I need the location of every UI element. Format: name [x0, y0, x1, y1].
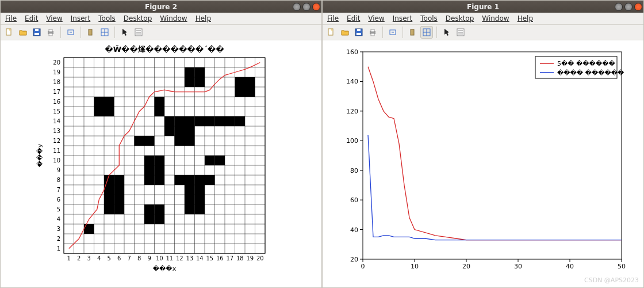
- svg-text:14: 14: [53, 118, 60, 124]
- new-figure-icon[interactable]: [3, 26, 16, 39]
- svg-rect-67: [215, 156, 225, 165]
- svg-rect-28: [155, 214, 165, 224]
- menu-window[interactable]: Window: [160, 14, 187, 22]
- svg-rect-24: [114, 175, 125, 185]
- list-icon[interactable]: [454, 26, 467, 39]
- svg-rect-165: [411, 29, 414, 35]
- titlebar-right[interactable]: Figure 1: [323, 1, 643, 13]
- svg-rect-5: [49, 29, 52, 32]
- svg-text:���� ������: ���� ������: [557, 69, 624, 77]
- svg-text:100: 100: [346, 137, 358, 145]
- svg-rect-21: [114, 204, 125, 214]
- new-figure-icon[interactable]: [325, 26, 338, 39]
- menu-desktop[interactable]: Desktop: [124, 14, 152, 22]
- svg-text:11: 11: [166, 255, 173, 262]
- svg-rect-37: [155, 107, 165, 116]
- menu-file[interactable]: File: [327, 14, 339, 22]
- save-icon[interactable]: [30, 26, 43, 39]
- svg-text:20: 20: [256, 255, 264, 262]
- menu-insert[interactable]: Insert: [71, 14, 90, 22]
- title-left: Figure 2: [1, 3, 321, 11]
- svg-text:12: 12: [53, 138, 60, 144]
- svg-text:8: 8: [57, 177, 60, 183]
- dock-icon[interactable]: [407, 26, 419, 39]
- print-icon[interactable]: [44, 26, 57, 39]
- menu-help[interactable]: Help: [195, 14, 211, 22]
- svg-text:6: 6: [57, 196, 60, 203]
- svg-rect-25: [135, 136, 145, 146]
- svg-rect-66: [205, 156, 215, 165]
- menu-file[interactable]: File: [5, 14, 17, 22]
- svg-rect-29: [144, 204, 155, 214]
- menu-tools[interactable]: Tools: [98, 14, 116, 22]
- open-icon[interactable]: [339, 26, 351, 39]
- svg-rect-0: [6, 29, 11, 35]
- menu-window[interactable]: Window: [482, 14, 509, 22]
- svg-rect-157: [328, 29, 333, 35]
- svg-text:15: 15: [206, 255, 213, 262]
- svg-rect-32: [155, 156, 165, 165]
- svg-text:6: 6: [117, 255, 121, 262]
- menu-insert[interactable]: Insert: [393, 14, 412, 22]
- svg-rect-13: [94, 107, 105, 116]
- open-icon[interactable]: [17, 26, 29, 39]
- svg-rect-30: [155, 204, 165, 214]
- svg-text:16: 16: [216, 255, 224, 262]
- layout-icon[interactable]: [98, 26, 111, 39]
- svg-rect-47: [215, 116, 225, 126]
- svg-text:3: 3: [87, 255, 91, 262]
- svg-rect-44: [185, 116, 195, 126]
- menu-edit[interactable]: Edit: [347, 14, 360, 22]
- save-icon[interactable]: [352, 26, 365, 39]
- svg-rect-41: [185, 126, 195, 136]
- svg-text:17: 17: [226, 255, 233, 262]
- svg-text:13: 13: [186, 255, 193, 262]
- layout-icon[interactable]: [420, 26, 433, 39]
- svg-rect-49: [235, 116, 246, 126]
- svg-text:10: 10: [156, 255, 163, 262]
- dock-icon[interactable]: [85, 26, 97, 39]
- svg-rect-18: [104, 195, 114, 204]
- svg-text:18: 18: [53, 79, 60, 85]
- axes-grid-map: 1234567891011121314151617181920123456789…: [1, 40, 321, 287]
- svg-rect-27: [144, 214, 155, 224]
- menu-view[interactable]: View: [368, 14, 384, 22]
- svg-rect-43: [175, 116, 185, 126]
- titlebar-left[interactable]: Figure 2: [1, 1, 321, 13]
- svg-rect-60: [195, 195, 205, 204]
- svg-rect-168: [363, 52, 622, 259]
- axes-line-chart: 01020304050204060801001201401605�� �����…: [323, 40, 643, 287]
- pointer-icon[interactable]: [118, 26, 131, 39]
- print-icon[interactable]: [366, 26, 379, 39]
- svg-rect-26: [144, 136, 155, 146]
- svg-rect-6: [49, 33, 52, 36]
- svg-rect-31: [144, 156, 155, 165]
- menu-edit[interactable]: Edit: [25, 14, 38, 22]
- svg-text:2: 2: [77, 255, 80, 262]
- svg-rect-52: [195, 77, 205, 87]
- svg-rect-36: [155, 175, 165, 185]
- svg-text:18: 18: [236, 255, 244, 262]
- menu-help[interactable]: Help: [518, 14, 533, 22]
- svg-rect-17: [104, 204, 114, 214]
- list-icon[interactable]: [132, 26, 145, 39]
- link-icon[interactable]: [386, 26, 399, 39]
- link-icon[interactable]: [64, 26, 77, 39]
- menu-view[interactable]: View: [46, 14, 62, 22]
- svg-text:0: 0: [361, 263, 365, 270]
- toolbar-left: [1, 25, 321, 40]
- svg-text:1: 1: [67, 255, 71, 262]
- svg-text:50: 50: [618, 263, 626, 270]
- svg-text:11: 11: [53, 147, 60, 154]
- svg-text:9: 9: [148, 255, 151, 262]
- svg-text:30: 30: [514, 263, 522, 270]
- menu-tools[interactable]: Tools: [420, 14, 438, 22]
- svg-rect-70: [235, 77, 246, 87]
- svg-rect-55: [185, 136, 195, 146]
- svg-text:12: 12: [176, 255, 183, 262]
- menu-desktop[interactable]: Desktop: [446, 14, 474, 22]
- pointer-icon[interactable]: [440, 26, 453, 39]
- svg-text:120: 120: [346, 108, 358, 115]
- svg-text:40: 40: [350, 226, 358, 234]
- svg-text:5�� ������: 5�� ������: [557, 60, 615, 67]
